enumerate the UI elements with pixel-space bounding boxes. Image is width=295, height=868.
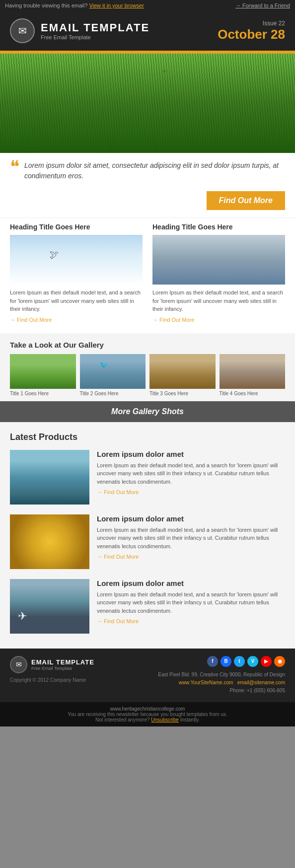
product-link-1[interactable]: Find Out More	[97, 489, 139, 495]
email-footer: ✉ EMAIL TEMPLATE Free Email Template Cop…	[0, 649, 295, 702]
product-content-2: Lorem ipsum dolor amet Lorem Ipsum as th…	[97, 514, 285, 569]
footer-email-link[interactable]: email@sitename.com	[237, 680, 285, 685]
header-left: ✉ EMAIL TEMPLATE Free Email Template	[10, 18, 149, 43]
product-text-2: Lorem Ipsum as their default model text,…	[97, 526, 285, 551]
product-content-1: Lorem ipsum dolor amet Lorem Ipsum as th…	[97, 450, 285, 505]
gallery-thumb-3	[149, 354, 216, 389]
col2-heading: Heading Title Goes Here	[152, 223, 285, 231]
product-title-2: Lorem ipsum dolor amet	[97, 514, 285, 523]
header-right: Issue 22 October 28	[218, 20, 285, 42]
more-gallery-shots-button[interactable]: More Gallery Shots	[0, 401, 295, 422]
plane-icon: ✈	[18, 610, 27, 623]
email-wrapper: Having trouble viewing this email? View …	[0, 0, 295, 726]
gallery-title-4: Title 4 Goes Here	[220, 391, 286, 396]
gallery-item-2: 🐦 Title 2 Goes Here	[80, 354, 146, 396]
product-image-3: ✈	[10, 579, 89, 634]
youtube-icon[interactable]: ▶	[261, 656, 272, 667]
column-2: Heading Title Goes Here Lorem Ipsum as t…	[152, 223, 285, 323]
footer-logo-subtitle: Free Email Template	[31, 666, 94, 671]
col1-heading: Heading Title Goes Here	[10, 223, 143, 231]
header-title-block: EMAIL TEMPLATE Free Email Template	[41, 21, 149, 40]
site-url: www.heritagechristiancollege.com	[7, 706, 288, 712]
products-heading: Latest Products	[10, 432, 285, 442]
product-item-2: Lorem ipsum dolor amet Lorem Ipsum as th…	[10, 514, 285, 569]
gallery-grid: Title 1 Goes Here 🐦 Title 2 Goes Here Ti…	[10, 354, 285, 396]
column-1: Heading Title Goes Here 🕊 Lorem Ipsum as…	[10, 223, 143, 323]
issue-date: October 28	[218, 27, 285, 42]
find-out-more-button[interactable]: Find Out More	[207, 191, 285, 210]
product-link-2[interactable]: Find Out More	[97, 554, 139, 560]
vimeo-icon[interactable]: V	[247, 656, 258, 667]
two-column-section: Heading Title Goes Here 🕊 Lorem Ipsum as…	[0, 217, 295, 333]
footer-logo-icon: ✉	[10, 656, 27, 673]
hero-image: ✈	[0, 54, 295, 153]
gallery-heading: Take a Look at Our Gallery	[10, 341, 285, 349]
product-content-3: Lorem ipsum dolor amet Lorem Ipsum as th…	[97, 579, 285, 634]
top-bar: Having trouble viewing this email? View …	[0, 0, 295, 11]
bird-col-icon: 🕊	[50, 250, 59, 260]
gallery-thumb-1	[10, 354, 76, 389]
product-title-3: Lorem ipsum dolor amet	[97, 579, 285, 587]
header-subtitle: Free Email Template	[41, 34, 149, 40]
email-header: ✉ EMAIL TEMPLATE Free Email Template Iss…	[0, 11, 295, 52]
footer-logo-text-block: EMAIL TEMPLATE Free Email Template	[31, 658, 94, 671]
product-image-1	[10, 450, 89, 505]
footer-right: f B t V ▶ ◉ East Pixel Bld. 99, Creative…	[152, 656, 285, 695]
twitter-icon[interactable]: t	[234, 656, 245, 667]
issue-label: Issue 22	[218, 20, 285, 27]
gallery-title-3: Title 3 Goes Here	[149, 391, 216, 396]
col1-text: Lorem Ipsum as their default model text,…	[10, 289, 143, 313]
bottom-text-1: You are receiving this newsletter becaus…	[7, 712, 288, 717]
product-text-3: Lorem Ipsum as their default model text,…	[97, 590, 285, 615]
products-section: Latest Products Lorem ipsum dolor amet L…	[0, 422, 295, 649]
footer-address: East Pixel Bld. 99, Creative City 9000, …	[152, 671, 285, 695]
gallery-item-1: Title 1 Goes Here	[10, 354, 76, 396]
gallery-title-2: Title 2 Goes Here	[80, 391, 146, 396]
footer-logo: ✉ EMAIL TEMPLATE Free Email Template	[10, 656, 143, 673]
rss-icon[interactable]: ◉	[274, 656, 285, 667]
col2-text: Lorem Ipsum as their default model text,…	[152, 289, 285, 313]
header-title: EMAIL TEMPLATE	[41, 21, 149, 34]
gallery-thumb-4	[220, 354, 286, 389]
col2-link[interactable]: Find Out More	[152, 317, 194, 323]
col1-link[interactable]: Find Out More	[10, 317, 52, 323]
view-in-browser-link[interactable]: View it in your browser	[89, 2, 144, 8]
gallery-item-3: Title 3 Goes Here	[149, 354, 216, 396]
gallery-bird-icon: 🐦	[99, 361, 108, 369]
forward-link[interactable]: Forward to a Friend	[235, 2, 290, 8]
logo-icon: ✉	[10, 18, 35, 43]
gallery-item-4: Title 4 Goes Here	[220, 354, 286, 396]
footer-website-link[interactable]: www.YourSiteName.com	[179, 680, 233, 685]
product-title-1: Lorem ipsum dolor amet	[97, 450, 285, 458]
product-link-3[interactable]: Find Out More	[97, 618, 139, 624]
bottom-text-2: Not interested anymore? Unsubscribe Inst…	[7, 717, 288, 723]
gallery-thumb-2: 🐦	[80, 354, 146, 389]
product-image-2	[10, 514, 89, 569]
quote-text: Lorem ipsum dolor sit amet, consectetur …	[24, 160, 285, 181]
bird-icon: ✈	[162, 69, 166, 74]
col1-image: 🕊	[10, 235, 143, 285]
product-item-1: Lorem ipsum dolor amet Lorem Ipsum as th…	[10, 450, 285, 505]
facebook-icon[interactable]: f	[207, 656, 218, 667]
gallery-title-1: Title 1 Goes Here	[10, 391, 76, 396]
footer-logo-title: EMAIL TEMPLATE	[31, 658, 94, 666]
col2-image	[152, 235, 285, 285]
unsubscribe-link[interactable]: Unsubscribe	[151, 717, 179, 723]
bottom-bar: www.heritagechristiancollege.com You are…	[0, 702, 295, 726]
gallery-section: Take a Look at Our Gallery Title 1 Goes …	[0, 333, 295, 422]
footer-copyright: Copyright © 2012 Company Name	[10, 677, 143, 683]
quote-section: ❝ Lorem ipsum dolor sit amet, consectetu…	[0, 153, 295, 189]
behance-icon[interactable]: B	[221, 656, 231, 667]
product-item-3: ✈ Lorem ipsum dolor amet Lorem Ipsum as …	[10, 579, 285, 634]
gallery-btn-wrap: More Gallery Shots	[0, 401, 295, 422]
footer-social: f B t V ▶ ◉	[152, 656, 285, 667]
product-text-1: Lorem Ipsum as their default model text,…	[97, 461, 285, 486]
footer-left: ✉ EMAIL TEMPLATE Free Email Template Cop…	[10, 656, 143, 683]
grass-layer	[0, 54, 295, 153]
find-out-btn-wrap: Find Out More	[0, 189, 295, 217]
quote-mark: ❝	[10, 158, 19, 176]
trouble-text: Having trouble viewing this email? View …	[5, 2, 144, 8]
